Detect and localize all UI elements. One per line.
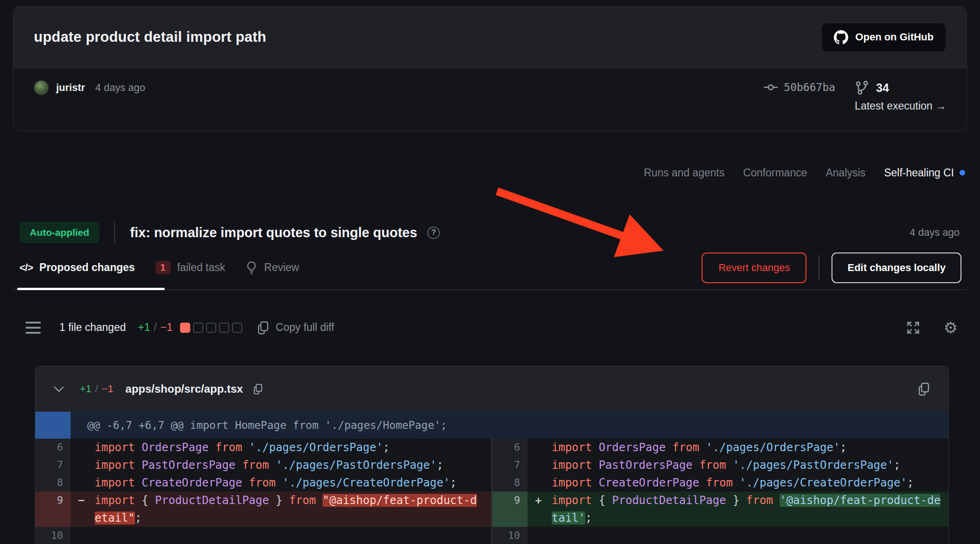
code-token: ; xyxy=(894,459,900,472)
diff-row: 9+import { ProductDetailPage } from '@ai… xyxy=(492,492,948,527)
diff-stat-square xyxy=(193,323,203,333)
nav-item-label: Self-healing CI xyxy=(884,167,954,179)
copy-file-diff-icon[interactable] xyxy=(917,382,931,396)
tab-label: Proposed changes xyxy=(39,261,135,274)
commit-hash: 50b667ba xyxy=(784,81,835,93)
line-number: 6 xyxy=(492,439,528,456)
nav-item-analysis[interactable]: Analysis xyxy=(825,167,865,179)
code-token: ; xyxy=(135,512,142,525)
code-token: OrdersPage xyxy=(599,441,672,454)
code-token: import xyxy=(95,476,142,489)
file-list-menu-icon[interactable] xyxy=(26,322,41,334)
code-token: '@aishop/feat-product-de xyxy=(780,494,941,507)
file-additions: +1 xyxy=(80,383,91,395)
diff-panes: 6import OrdersPage from './pages/OrdersP… xyxy=(35,439,948,544)
code-token: ; xyxy=(437,459,443,472)
copy-icon xyxy=(256,320,270,335)
code-token: from xyxy=(249,476,282,489)
nav-item-self-healing-ci[interactable]: Self-healing CI xyxy=(884,167,965,179)
help-icon[interactable]: ? xyxy=(427,227,440,239)
code-token: CreateOrderPage xyxy=(142,476,249,489)
fix-title: fix: normalize import quotes to single q… xyxy=(130,225,417,240)
diff-row: 10 xyxy=(492,527,948,544)
code-token: } xyxy=(269,494,289,507)
commit-hash-group[interactable]: 50b667ba xyxy=(763,81,835,93)
separator: / xyxy=(95,383,98,395)
code-token: from xyxy=(242,459,276,472)
diff-toolbar: 1 file changed +1 / −1 Copy full diff ⚙ xyxy=(26,315,958,340)
code-token: import xyxy=(95,441,142,454)
code-token: from xyxy=(706,476,739,489)
code-token: ProductDetailPage xyxy=(612,494,726,507)
line-number: 8 xyxy=(35,474,71,492)
hunk-header: @@ -6,7 +6,7 @@ import HomePage from './… xyxy=(35,412,948,439)
lightbulb-icon xyxy=(245,261,258,275)
diff-row: 7import PastOrdersPage from './pages/Pas… xyxy=(492,456,948,474)
code-token: './pages/PastOrdersPage' xyxy=(733,459,894,472)
toolbar-right-icons: ⚙ xyxy=(906,320,958,336)
code-token: OrdersPage xyxy=(142,441,215,454)
revert-changes-button[interactable]: Revert changes xyxy=(702,253,806,283)
code-token: CreateOrderPage xyxy=(599,476,706,489)
code-token: import xyxy=(95,494,142,507)
diff-stat-square xyxy=(180,323,190,333)
author-name: juristr xyxy=(56,82,85,94)
diff-stat-square xyxy=(232,323,242,333)
tab-review[interactable]: Review xyxy=(245,261,299,275)
fullscreen-icon[interactable] xyxy=(906,320,921,335)
line-number: 9 xyxy=(35,492,71,527)
hunk-gutter-block xyxy=(35,412,71,439)
line-number: 10 xyxy=(35,527,71,544)
avatar[interactable] xyxy=(34,80,49,95)
active-tab-underline xyxy=(17,288,165,290)
execution-block: 34 Latest execution → xyxy=(855,80,946,112)
code-line: +import { ProductDetailPage } from '@ais… xyxy=(528,492,948,527)
file-path: apps/shop/src/app.tsx xyxy=(125,382,243,395)
diff-marker: − xyxy=(78,492,84,509)
github-icon xyxy=(834,30,848,45)
copy-full-diff-button[interactable]: Copy full diff xyxy=(256,320,334,335)
code-token: from xyxy=(215,441,249,454)
hunk-header-text: @@ -6,7 +6,7 @@ import HomePage from './… xyxy=(87,419,447,431)
diff-file-header: +1 / −1 apps/shop/src/app.tsx xyxy=(35,366,948,412)
line-number: 7 xyxy=(35,456,71,474)
line-number: 6 xyxy=(35,439,71,456)
code-token: from xyxy=(289,494,322,507)
collapse-chevron-icon[interactable] xyxy=(53,385,65,393)
line-number: 8 xyxy=(492,474,528,492)
nav-item-conformance[interactable]: Conformance xyxy=(743,167,807,179)
code-token: ProductDetailPage xyxy=(155,494,269,507)
code-token: ; xyxy=(840,441,846,454)
commit-title-section: update product detail import path Open o… xyxy=(13,6,967,68)
code-line: import OrdersPage from './pages/OrdersPa… xyxy=(528,439,948,456)
separator: / xyxy=(154,321,156,334)
additions-count: +1 xyxy=(138,321,150,334)
latest-execution-link[interactable]: Latest execution → xyxy=(855,100,946,112)
nav-item-runs-and-agents[interactable]: Runs and agents xyxy=(644,167,725,179)
code-token: './pages/OrdersPage' xyxy=(249,441,383,454)
diff-row: 10 xyxy=(35,527,491,544)
execution-count: 34 xyxy=(876,81,889,95)
tab-label: failed task xyxy=(177,261,226,274)
tab-failed-task[interactable]: 1 failed task xyxy=(155,261,226,274)
git-branch-icon xyxy=(855,80,869,95)
code-token: import xyxy=(95,459,142,472)
fix-summary-row: Auto-applied fix: normalize import quote… xyxy=(19,218,960,247)
commit-meta-section: juristr 4 days ago 50b667ba 34 Latest ex… xyxy=(13,68,967,131)
failed-count-badge: 1 xyxy=(155,261,171,274)
diff-row: 9−import { ProductDetailPage } from "@ai… xyxy=(35,492,491,527)
code-token: ; xyxy=(907,476,914,489)
code-line: import CreateOrderPage from './pages/Cre… xyxy=(528,474,948,492)
edit-changes-locally-button[interactable]: Edit changes locally xyxy=(832,253,961,283)
tab-proposed-changes[interactable]: </> Proposed changes xyxy=(19,261,135,274)
code-token: PastOrdersPage xyxy=(599,459,699,472)
section-nav: Runs and agents Conformance Analysis Sel… xyxy=(13,165,965,180)
open-on-github-button[interactable]: Open on GitHub xyxy=(821,23,946,52)
divider xyxy=(114,222,115,243)
diff-stat-square xyxy=(219,323,229,333)
copy-path-icon[interactable] xyxy=(252,383,264,395)
diff-row: 7import PastOrdersPage from './pages/Pas… xyxy=(35,456,491,474)
code-line: import PastOrdersPage from './pages/Past… xyxy=(71,456,491,474)
settings-gear-icon[interactable]: ⚙ xyxy=(944,320,958,336)
deletions-count: −1 xyxy=(161,321,173,334)
